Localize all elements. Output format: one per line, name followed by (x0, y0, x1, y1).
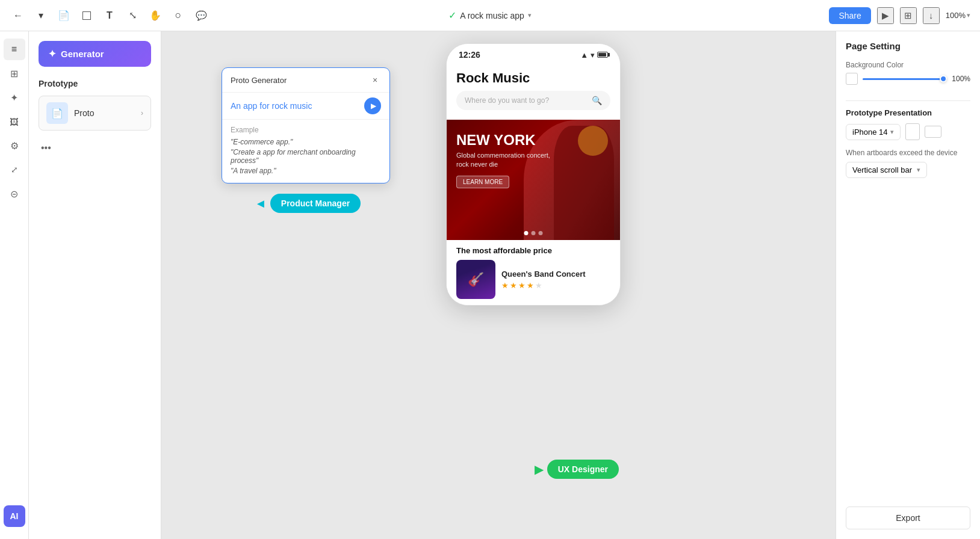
frame-button[interactable] (78, 7, 95, 24)
text-button[interactable]: T (101, 7, 118, 24)
export-section: Export (846, 497, 970, 529)
modal-example-2: "Create a app for merchant onboarding pr… (231, 148, 381, 165)
prototype-presentation-title: Prototype Presentation (846, 108, 970, 117)
layers-icon: ≡ (11, 44, 17, 55)
modal-header: Proto Generator × (222, 68, 389, 93)
concert-info: Queen's Band Concert ★ ★ ★ ★ ★ (501, 270, 610, 290)
hero-learn-btn[interactable]: LEARN MORE (456, 176, 509, 188)
zoom-level[interactable]: 100% ▾ (946, 11, 970, 20)
ux-designer-tag[interactable]: UX Designer (547, 460, 619, 479)
close-icon: × (373, 75, 377, 85)
opacity-slider[interactable] (863, 78, 947, 80)
modal-input-field[interactable]: An app for rock music (231, 101, 359, 111)
artboard-exceed-label: When artboards exceed the device (846, 149, 970, 157)
color-swatch[interactable] (846, 73, 858, 85)
proto-name: Proto (74, 108, 135, 118)
hero-desc-text: Global commemoration concert,rock never … (456, 151, 550, 170)
right-panel-inner: Page Setting Background Color 100% Proto… (846, 41, 970, 529)
ux-designer-bubble: ▶ UX Designer (535, 460, 619, 479)
modal-close-button[interactable]: × (369, 74, 381, 86)
wifi-icon: ▾ (591, 51, 595, 60)
modal-send-button[interactable]: ▶ (364, 97, 381, 114)
scroll-label-text: Vertical scroll bar (852, 165, 912, 174)
star-rating: ★ ★ ★ ★ ★ (501, 281, 610, 290)
spacer (846, 178, 970, 497)
search-placeholder-text: Where do you want to go? (465, 96, 587, 105)
device-dropdown[interactable]: iPhone 14 ▾ (846, 124, 901, 140)
export-button[interactable]: Export (846, 507, 970, 529)
status-icons: ▲ ▾ (580, 51, 608, 60)
dropdown-button[interactable]: ▾ (33, 7, 49, 24)
star-5: ★ (535, 281, 542, 290)
plugins-icon: ⚙ (10, 140, 19, 152)
star-3: ★ (518, 281, 526, 290)
back-button[interactable]: ← (10, 7, 26, 24)
check-icon: ✓ (448, 10, 456, 21)
comment-icon: 💬 (196, 10, 207, 21)
hero-text: NEW YORK Global commemoration concert,ro… (456, 132, 550, 188)
hero-dot-3 (539, 231, 543, 235)
title-dropdown-icon: ▾ (528, 11, 532, 19)
generator-button[interactable]: ✦ Generator (39, 41, 151, 67)
share-alt-icon-btn[interactable]: ⤢ (4, 159, 25, 180)
modal-title: Proto Generator (231, 76, 287, 85)
monitor-button[interactable]: ⊞ (900, 7, 917, 24)
file-icon: 📄 (58, 10, 70, 21)
app-title: Rock Music (456, 70, 610, 86)
proto-generator-modal: Proto Generator × An app for rock music … (222, 67, 390, 183)
three-dots-btn[interactable]: ••• (41, 143, 151, 153)
canvas: Proto Generator × An app for rock music … (161, 31, 836, 539)
components-icon-btn[interactable]: ⊞ (4, 63, 25, 84)
file-button[interactable]: 📄 (55, 7, 72, 24)
modal-example-1: "E-commerce app." (231, 138, 381, 146)
download-icon: ↓ (929, 10, 934, 20)
icons-icon-btn[interactable]: ✦ (4, 87, 25, 108)
path-button[interactable]: ⤡ (124, 7, 141, 24)
back-icon: ← (13, 10, 23, 21)
phone-portrait-icon[interactable] (905, 123, 920, 140)
modal-examples: Example "E-commerce app." "Create a app … (222, 120, 389, 183)
layers-icon-btn[interactable]: ≡ (4, 38, 25, 60)
product-manager-bubble: ◄ Product Manager (255, 194, 361, 213)
prototype-item[interactable]: 📄 Proto › (39, 96, 151, 131)
top-bar-center: ✓ A rock music app ▾ (444, 7, 536, 23)
device-dropdown-icon: ▾ (890, 128, 894, 136)
app-title-button[interactable]: ✓ A rock music app ▾ (444, 7, 536, 23)
share-button[interactable]: Share (829, 7, 870, 24)
right-panel: Page Setting Background Color 100% Proto… (836, 31, 980, 539)
data-icon-btn[interactable]: ⊝ (4, 183, 25, 205)
images-icon-btn[interactable]: 🖼 (4, 111, 25, 132)
affordable-title: The most affordable price (456, 246, 610, 255)
sidebar: ✦ Generator Prototype 📄 Proto › ••• (29, 31, 161, 539)
ai-button[interactable]: AI (4, 505, 25, 527)
signal-icon: ▲ (580, 51, 588, 60)
phone-header: Rock Music Where do you want to go? 🔍 (447, 66, 620, 120)
scroll-dropdown-icon: ▾ (917, 166, 920, 174)
product-manager-tag[interactable]: Product Manager (270, 194, 361, 213)
modal-example-3: "A travel app." (231, 167, 381, 175)
text-icon: T (107, 10, 113, 21)
comment-button[interactable]: 💬 (193, 7, 209, 24)
download-button[interactable]: ↓ (923, 7, 940, 24)
concert-card[interactable]: 🎸 Queen's Band Concert ★ ★ ★ ★ ★ (456, 260, 610, 299)
zoom-dropdown-icon: ▾ (967, 11, 970, 19)
color-row: 100% (846, 73, 970, 85)
phone-landscape-icon[interactable] (925, 126, 941, 138)
scroll-bar-dropdown[interactable]: Vertical scroll bar ▾ (846, 162, 927, 178)
plugins-icon-btn[interactable]: ⚙ (4, 135, 25, 156)
pen-button[interactable]: ○ (170, 7, 187, 24)
star-4: ★ (527, 281, 534, 290)
hand-button[interactable]: ✋ (147, 7, 164, 24)
sidebar-section-title: Prototype (39, 79, 151, 88)
device-name-text: iPhone 14 (852, 128, 888, 137)
top-bar-left: ← ▾ 📄 T ⤡ ✋ ○ 💬 (10, 7, 209, 24)
play-button[interactable]: ▶ (877, 7, 894, 24)
search-bar[interactable]: Where do you want to go? 🔍 (456, 91, 610, 110)
components-icon: ⊞ (10, 68, 18, 79)
proto-file-icon: 📄 (51, 108, 63, 119)
slider-thumb[interactable] (940, 75, 947, 82)
icons-icon: ✦ (10, 92, 18, 103)
modal-input-row: An app for rock music ▶ (222, 93, 389, 120)
concert-thumb-inner: 🎸 (456, 260, 495, 299)
main-layout: ≡ ⊞ ✦ 🖼 ⚙ ⤢ ⊝ AI ✦ Generator (0, 31, 980, 539)
